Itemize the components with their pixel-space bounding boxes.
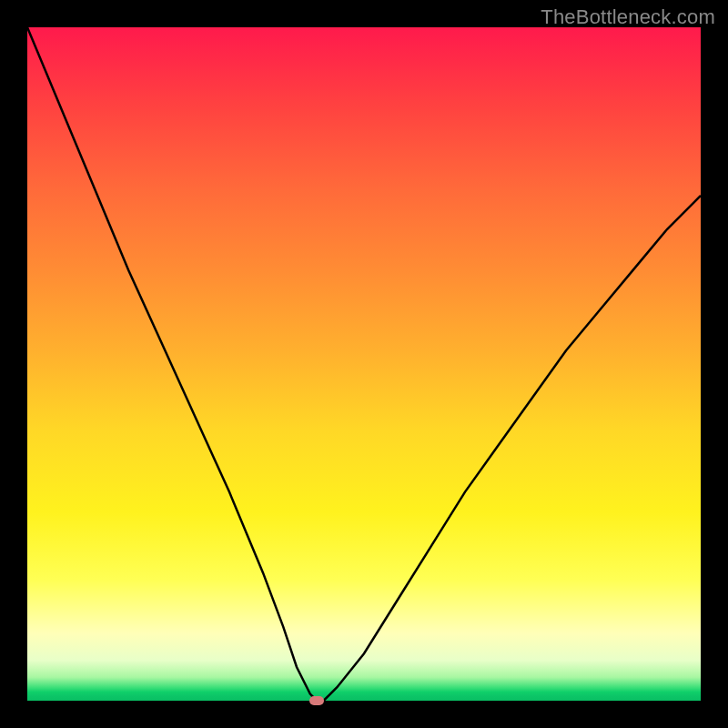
watermark-text: TheBottleneck.com xyxy=(541,5,715,29)
plot-area xyxy=(27,27,701,701)
bottleneck-curve xyxy=(27,27,701,701)
optimal-marker xyxy=(309,696,324,705)
chart-frame: TheBottleneck.com xyxy=(0,0,728,728)
